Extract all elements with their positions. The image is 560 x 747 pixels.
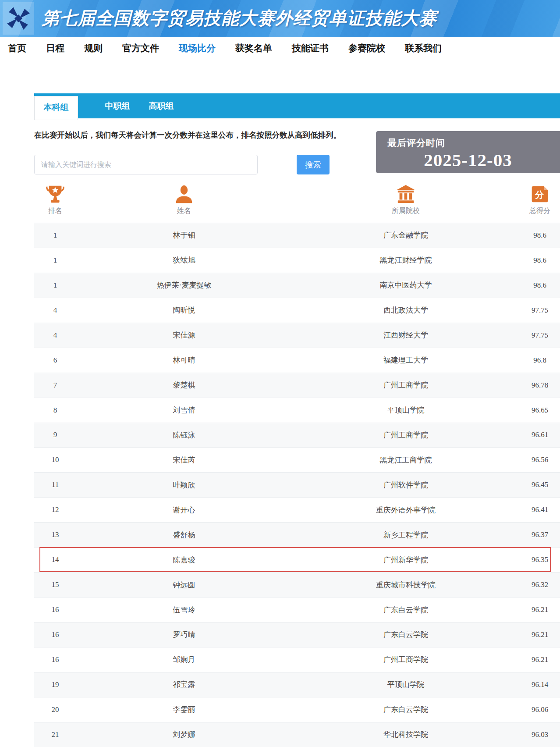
rank-cell: 8 (34, 406, 76, 415)
table-row[interactable]: 21 刘梦娜 华北科技学院 96.03 (34, 722, 560, 747)
rank-cell: 16 (34, 605, 76, 614)
rank-cell: 7 (34, 381, 76, 390)
institution-icon (396, 182, 416, 204)
rank-cell: 20 (34, 705, 76, 714)
table-row[interactable]: 7 黎楚棋 广州工商学院 96.78 (34, 373, 560, 398)
table-row[interactable]: 16 罗巧晴 广东白云学院 96.21 (34, 622, 560, 647)
name-cell: 宋佳芮 (76, 455, 292, 465)
nav-item[interactable]: 日程 (46, 42, 64, 54)
school-cell: 新乡工程学院 (292, 530, 520, 540)
pinwheel-logo-icon (5, 5, 32, 32)
table-row[interactable]: 10 宋佳芮 黑龙江工商学院 96.56 (34, 447, 560, 472)
table-row[interactable]: 14 陈嘉骏 广州新华学院 96.35 (34, 547, 560, 572)
score-cell: 96.45 (520, 480, 560, 489)
school-cell: 广东白云学院 (292, 605, 520, 615)
name-cell: 罗巧晴 (76, 630, 292, 640)
table-row[interactable]: 16 伍雪玲 广东白云学院 96.21 (34, 597, 560, 622)
name-cell: 钟远圆 (76, 580, 292, 590)
score-cell: 98.6 (520, 256, 560, 265)
score-doc-icon: 分 (530, 182, 549, 204)
score-cell: 97.75 (520, 306, 560, 315)
rank-cell: 6 (34, 356, 76, 365)
table-row[interactable]: 9 陈钰泳 广州工商学院 96.61 (34, 423, 560, 448)
name-cell: 宋佳源 (76, 330, 292, 340)
table-row[interactable]: 13 盛舒杨 新乡工程学院 96.37 (34, 522, 560, 547)
name-cell: 伍雪玲 (76, 605, 292, 615)
name-cell: 陶昕悦 (76, 305, 292, 315)
score-cell: 96.37 (520, 530, 560, 539)
person-icon (174, 182, 194, 204)
rank-cell: 15 (34, 580, 76, 589)
school-cell: 南京中医药大学 (292, 280, 520, 290)
nav-item[interactable]: 现场比分 (179, 42, 216, 54)
score-cell: 98.6 (520, 231, 560, 240)
score-cell: 96.21 (520, 655, 560, 664)
rank-cell: 4 (34, 331, 76, 340)
rank-cell: 16 (34, 630, 76, 639)
score-cell: 98.6 (520, 281, 560, 290)
nav-item[interactable]: 技能证书 (292, 42, 329, 54)
school-cell: 平顶山学院 (292, 679, 520, 690)
school-cell: 福建理工大学 (292, 355, 520, 365)
table-row[interactable]: 15 钟远圆 重庆城市科技学院 96.32 (34, 572, 560, 597)
name-cell: 刘梦娜 (76, 729, 292, 740)
rank-cell: 11 (34, 480, 76, 489)
table-row[interactable]: 1 林于钿 广东金融学院 98.6 (34, 223, 560, 248)
name-cell: 陈嘉骏 (76, 555, 292, 565)
last-score-time-date: 2025-12-03 (376, 149, 560, 171)
column-rank: 排名 (34, 181, 76, 216)
score-cell: 96.21 (520, 630, 560, 639)
school-cell: 华北科技学院 (292, 729, 520, 740)
top-banner: 第七届全国数字贸易技能大赛外经贸单证技能大赛 (0, 0, 560, 37)
table-row[interactable]: 8 刘雪倩 平顶山学院 96.65 (34, 398, 560, 423)
nav-item[interactable]: 参赛院校 (348, 42, 385, 54)
table-row[interactable]: 12 谢开心 重庆外语外事学院 96.41 (34, 497, 560, 522)
score-cell: 96.06 (520, 705, 560, 714)
name-cell: 祁宝露 (76, 679, 292, 690)
school-cell: 重庆外语外事学院 (292, 505, 520, 515)
score-cell: 96.65 (520, 406, 560, 415)
table-header: 排名 姓名 所属 (34, 181, 560, 216)
score-cell: 96.03 (520, 730, 560, 739)
name-cell: 热伊莱·麦麦提敏 (76, 280, 292, 290)
score-cell: 96.56 (520, 455, 560, 464)
search-input[interactable] (34, 155, 258, 174)
nav-item[interactable]: 官方文件 (122, 42, 159, 54)
school-cell: 黑龙江工商学院 (292, 455, 520, 465)
group-tab[interactable]: 本科组 (34, 96, 78, 120)
rank-cell: 16 (34, 655, 76, 664)
table-row[interactable]: 1 热伊莱·麦麦提敏 南京中医药大学 98.6 (34, 273, 560, 298)
group-tabbar: 中职组 高职组 本科组 (34, 93, 560, 118)
group-tab[interactable]: 中职组 (96, 93, 139, 118)
table-row[interactable]: 20 李雯丽 广东白云学院 96.06 (34, 697, 560, 722)
rank-cell: 1 (34, 256, 76, 265)
rank-cell: 19 (34, 680, 76, 689)
table-row[interactable]: 6 林可晴 福建理工大学 96.8 (34, 348, 560, 373)
table-row[interactable]: 19 祁宝露 平顶山学院 96.14 (34, 672, 560, 697)
school-cell: 广东金融学院 (292, 230, 520, 240)
school-cell: 江西财经大学 (292, 330, 520, 340)
rank-cell: 14 (34, 555, 76, 564)
search-button[interactable]: 搜索 (297, 155, 330, 174)
nav-item[interactable]: 规则 (84, 42, 103, 54)
group-tab[interactable]: 高职组 (139, 93, 183, 118)
last-score-time-label: 最后评分时间 (376, 131, 560, 149)
name-cell: 李雯丽 (76, 704, 292, 715)
table-row[interactable]: 4 陶昕悦 西北政法大学 97.75 (34, 298, 560, 323)
rank-cell: 13 (34, 530, 76, 539)
table-row[interactable]: 11 叶颖欣 广州软件学院 96.45 (34, 472, 560, 497)
score-cell: 96.41 (520, 505, 560, 514)
score-cell: 96.14 (520, 680, 560, 689)
table-row[interactable]: 1 狄竑旭 黑龙江财经学院 98.6 (34, 248, 560, 273)
name-cell: 盛舒杨 (76, 530, 292, 540)
table-row[interactable]: 4 宋佳源 江西财经大学 97.75 (34, 323, 560, 348)
score-cell: 97.75 (520, 331, 560, 340)
table-row[interactable]: 16 邹娴月 广州工商学院 96.21 (34, 647, 560, 672)
school-cell: 黑龙江财经学院 (292, 255, 520, 265)
name-cell: 黎楚棋 (76, 380, 292, 390)
nav-item[interactable]: 联系我们 (405, 42, 442, 54)
name-cell: 林于钿 (76, 230, 292, 240)
nav-item[interactable]: 获奖名单 (235, 42, 272, 54)
nav-item[interactable]: 首页 (8, 42, 26, 54)
column-name: 姓名 (76, 181, 292, 216)
